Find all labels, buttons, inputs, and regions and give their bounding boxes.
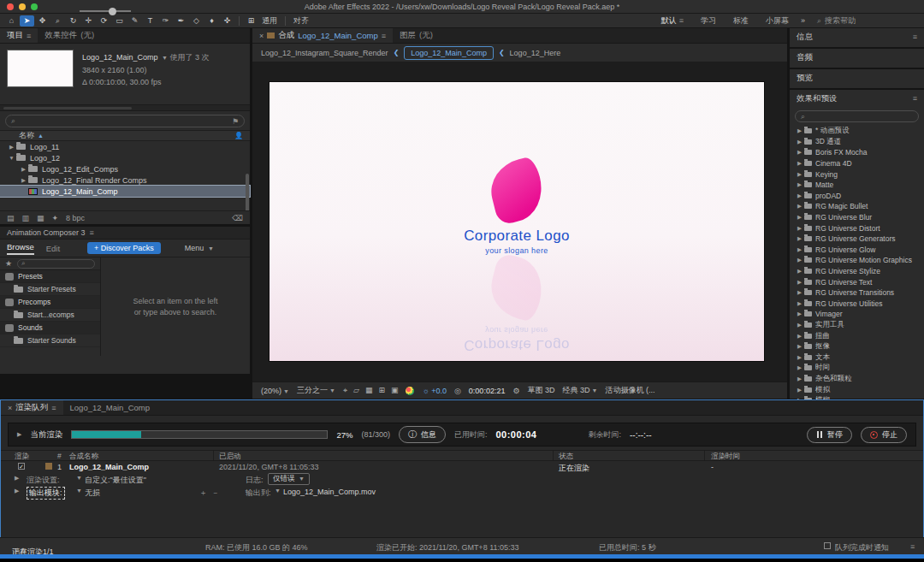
current-time-display[interactable]: 0:00:02:21 — [469, 387, 506, 395]
effects-category-row[interactable]: ▶时间 — [790, 363, 924, 374]
fast-previews-icon[interactable]: ⚙ — [512, 387, 519, 395]
notify-label[interactable]: 队列完成时通知 — [835, 542, 889, 553]
effects-category-row[interactable]: ▶扭曲 — [790, 330, 924, 341]
panel-menu-icon[interactable]: ≡ — [913, 94, 917, 103]
output-module-label[interactable]: 输出模块: — [27, 487, 65, 500]
pack-list-item[interactable]: Sounds — [0, 322, 100, 334]
breadcrumb-item[interactable]: Logo_12_Instagram_Square_Render — [261, 49, 388, 57]
tab-composition[interactable]: × 合成 Logo_12_Main_Comp ≡ — [252, 28, 393, 43]
snapshot-icon[interactable]: ▣ — [391, 386, 399, 395]
sort-ascending-icon[interactable]: ▲ — [38, 133, 44, 139]
twirl-icon[interactable]: ▶ — [7, 144, 16, 151]
brush-tool-icon[interactable]: ✑ — [158, 15, 173, 27]
project-tree-item[interactable]: Logo_12_Main_Comp — [0, 186, 250, 197]
effects-category-row[interactable]: ▶* 动画预设 — [790, 126, 924, 137]
tab-timeline-comp[interactable]: Logo_12_Main_Comp — [63, 400, 157, 415]
search-help-field[interactable]: ⌕ 搜索帮助 — [817, 15, 920, 27]
effects-category-row[interactable]: ▶杂色和颗粒 — [790, 374, 924, 385]
name-column-header[interactable]: 名称 ▲ 👤 — [0, 130, 250, 141]
effects-category-row[interactable]: ▶RG Universe Distort — [790, 222, 924, 234]
twirl-icon[interactable]: ▶ — [15, 488, 19, 494]
twirl-icon[interactable]: ▶ — [15, 475, 19, 482]
workspace-tab-1[interactable]: 默认≡ — [661, 15, 684, 27]
effects-category-row[interactable]: ▶proDAD — [790, 191, 924, 202]
home-icon[interactable]: ⌂ — [4, 15, 19, 27]
effects-category-row[interactable]: ▶RG Magic Bullet — [790, 201, 924, 212]
twirl-icon[interactable]: ▶ — [795, 300, 804, 307]
new-composition-icon[interactable]: ▦ — [37, 214, 44, 222]
twirl-icon[interactable]: ▶ — [795, 127, 804, 134]
interpret-footage-icon[interactable]: ▤ — [7, 214, 15, 222]
new-folder-icon[interactable]: ▥ — [22, 214, 30, 222]
remove-output-module-button[interactable]: － — [211, 488, 219, 499]
pan-camera-tool-icon[interactable]: ✛ — [81, 15, 96, 27]
effects-category-row[interactable]: ▶Vimager — [790, 309, 924, 320]
effects-category-row[interactable]: ▶抠像 — [790, 341, 924, 352]
twirl-icon[interactable]: ▶ — [795, 181, 804, 188]
color-management-icon[interactable] — [406, 387, 414, 395]
tab-edit[interactable]: Edit — [46, 244, 60, 253]
twirl-icon[interactable]: ▶ — [795, 364, 804, 371]
workspace-tab-2[interactable]: 学习 — [701, 15, 716, 27]
render-settings-label[interactable]: 渲染设置: — [27, 475, 60, 486]
orbit-camera-tool-icon[interactable]: ↻ — [66, 15, 80, 27]
filter-icon[interactable]: ⚑ — [232, 117, 239, 126]
close-icon[interactable]: × — [8, 404, 12, 412]
twirl-icon[interactable]: ▶ — [795, 289, 804, 296]
effects-search-field[interactable]: ⌕ — [795, 110, 919, 122]
effects-category-row[interactable]: ▶RG Universe Motion Graphics — [790, 255, 924, 266]
discover-packs-button[interactable]: + Discover Packs — [87, 242, 161, 254]
label-color-swatch[interactable] — [45, 463, 52, 470]
workspace-tab-4[interactable]: 小屏幕 — [766, 15, 789, 27]
composition-viewport[interactable]: Corporate Logo your slogan here Corporat… — [252, 62, 787, 382]
close-icon[interactable]: × — [259, 32, 264, 40]
breadcrumb-item-active[interactable]: Logo_12_Main_Comp — [404, 46, 494, 60]
project-tree-item[interactable]: ▶Logo_11 — [0, 141, 250, 152]
effects-category-row[interactable]: ▶Boris FX Mocha — [790, 147, 924, 158]
add-output-module-button[interactable]: ＋ — [199, 488, 207, 499]
render-queue-item-row[interactable]: ✓ 1 Logo_12_Main_Comp 2021/11/20, GMT+8 … — [1, 461, 923, 473]
twirl-icon[interactable]: ▶ — [795, 171, 804, 178]
effects-category-row[interactable]: ▶Matte — [790, 180, 924, 191]
effects-category-row[interactable]: ▶RG Universe Text — [790, 276, 924, 287]
twirl-icon[interactable]: ▶ — [795, 279, 804, 286]
twirl-icon[interactable]: ▶ — [795, 311, 804, 317]
twirl-icon[interactable]: ▶ — [795, 257, 804, 263]
panel-menu-icon[interactable]: ≡ — [382, 32, 386, 40]
effects-category-row[interactable]: ▶RG Universe Blur — [790, 212, 924, 223]
tab-project[interactable]: 项目≡ — [0, 28, 38, 43]
tab-layer[interactable]: 图层 (无) — [393, 28, 440, 43]
snap-label[interactable]: 对齐 — [293, 15, 309, 27]
roto-brush-tool-icon[interactable]: ♦ — [204, 15, 219, 27]
effects-category-row[interactable]: ▶RG Universe Generators — [790, 234, 924, 245]
twirl-icon[interactable]: ▶ — [795, 343, 804, 350]
trash-icon[interactable]: ⌫ — [232, 214, 243, 222]
twirl-icon[interactable]: ▶ — [795, 322, 804, 328]
rotate-tool-icon[interactable]: ⟳ — [97, 15, 111, 27]
pause-button[interactable]: 暂停 — [807, 427, 852, 443]
twirl-icon[interactable]: ▶ — [795, 376, 804, 382]
twirl-icon[interactable]: ▶ — [795, 192, 804, 199]
eraser-tool-icon[interactable]: ◇ — [189, 15, 204, 27]
pack-list-item[interactable]: Presets — [0, 270, 100, 283]
twirl-icon[interactable]: ▶ — [795, 160, 804, 167]
pack-list-item[interactable]: Starter Sounds — [0, 334, 100, 347]
chevron-down-icon[interactable]: ▼ — [76, 488, 82, 494]
slider-knob[interactable] — [109, 8, 116, 15]
twirl-icon[interactable]: ▶ — [795, 387, 804, 393]
twirl-icon[interactable]: ▶ — [795, 139, 804, 145]
pack-list-item[interactable]: Start...ecomps — [0, 309, 100, 322]
effects-category-row[interactable]: ▶实用工具 — [790, 320, 924, 331]
twirl-icon[interactable]: ▶ — [795, 225, 804, 232]
stamp-tool-icon[interactable]: ✒ — [174, 15, 188, 27]
snapshot-camera-icon[interactable]: ◎ — [454, 387, 461, 395]
twirl-icon[interactable]: ▶ — [795, 214, 804, 221]
panel-menu-icon[interactable]: ≡ — [51, 404, 56, 412]
project-tree-item[interactable]: ▶Logo_12_Final Render Comps — [0, 175, 250, 186]
pen-tool-icon[interactable]: ✎ — [127, 15, 142, 27]
panel-menu-icon[interactable]: ≡ — [913, 33, 917, 41]
info-button[interactable]: ⓘ 信息 — [399, 426, 446, 443]
twirl-icon[interactable]: ▼ — [7, 155, 16, 161]
audio-panel-title[interactable]: 音频 — [797, 52, 813, 63]
notify-checkbox[interactable] — [824, 542, 831, 549]
